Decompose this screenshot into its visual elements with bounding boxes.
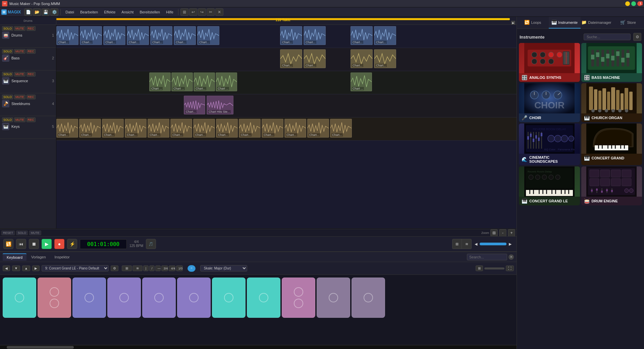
- instruments-settings-btn[interactable]: ⚙: [633, 33, 641, 41]
- solo-btn-1[interactable]: SOLO: [2, 26, 13, 31]
- solo-all-btn[interactable]: SOLO: [16, 231, 28, 235]
- clip[interactable]: Chart ...: [351, 72, 372, 91]
- rec-btn-2[interactable]: REC: [26, 49, 36, 54]
- instrument-choir[interactable]: CHOIR 🎤 CHOIR: [519, 83, 580, 122]
- save-btn[interactable]: 💾: [42, 8, 50, 16]
- hscroll-thumb[interactable]: [7, 346, 74, 349]
- tab-loops[interactable]: 🔁 Loops: [517, 17, 549, 29]
- clip[interactable]: Chart...: [194, 72, 215, 91]
- clip[interactable]: Chart...: [262, 119, 283, 138]
- next-octave-btn[interactable]: ▶: [32, 265, 40, 271]
- hscroll[interactable]: [0, 345, 517, 349]
- instrument-drum-engine[interactable]: 🥁 DRUM ENGINE: [581, 166, 642, 205]
- tab-inspektor[interactable]: Inspektor: [51, 254, 74, 260]
- mute-btn-4[interactable]: MUTE: [14, 95, 25, 99]
- pad-type-4[interactable]: /: [149, 265, 155, 271]
- volume-slider[interactable]: [480, 243, 506, 245]
- zoom-plus-btn[interactable]: +: [508, 229, 515, 237]
- clip[interactable]: Chart...: [148, 119, 169, 138]
- view-grid-btn[interactable]: ⊞: [452, 239, 462, 249]
- clip[interactable]: Chart ...: [149, 72, 171, 91]
- reset-btn[interactable]: RESET: [1, 231, 15, 235]
- cut-btn[interactable]: ✂: [207, 8, 215, 16]
- pad-count-1[interactable]: 3/4: [161, 265, 168, 271]
- piano-pad-3[interactable]: [72, 278, 106, 318]
- playhead-bar[interactable]: [56, 18, 510, 20]
- mute-all-btn[interactable]: MUTE: [29, 231, 41, 235]
- clip[interactable]: Chart...: [351, 49, 373, 68]
- clip[interactable]: Chart...: [284, 119, 306, 138]
- clip[interactable]: Chart ...: [171, 72, 193, 91]
- play-btn[interactable]: ▶: [42, 239, 52, 249]
- piano-pad-10[interactable]: [317, 278, 350, 318]
- close-project-btn[interactable]: ✕: [215, 8, 223, 16]
- piano-pad-4[interactable]: [107, 278, 141, 318]
- track-lane-drums[interactable]: Chart... Chart... Chart... Chart... Char…: [56, 25, 517, 48]
- vol-left-btn[interactable]: ◀: [473, 241, 479, 247]
- prev-note-btn[interactable]: ▼: [12, 265, 20, 271]
- tab-dateimanager[interactable]: 📁 Dateimanager: [581, 17, 612, 29]
- piano-pad-5[interactable]: [142, 278, 176, 318]
- track-lane-bass[interactable]: Chart... Chart... Chart... Chart...: [56, 48, 517, 71]
- rec-btn-1[interactable]: REC: [26, 26, 36, 31]
- punch-btn[interactable]: ⚡: [67, 239, 77, 249]
- solo-btn-4[interactable]: SOLO: [2, 95, 13, 99]
- undo-btn[interactable]: ↩: [189, 8, 197, 16]
- menu-hilfe[interactable]: Hilfe: [163, 9, 176, 15]
- rec-btn-4[interactable]: REC: [26, 95, 36, 99]
- menu-ansicht[interactable]: Ansicht: [119, 9, 136, 15]
- tab-instrumente[interactable]: 🎹 Instrumente: [549, 17, 581, 29]
- clip[interactable]: Chart...: [184, 96, 205, 114]
- track-lane-keys[interactable]: Chart... Chart... Chart... Chart... Char…: [56, 117, 517, 140]
- clip[interactable]: Chart Hits Ste...: [207, 96, 233, 114]
- open-file-btn[interactable]: 📂: [33, 8, 41, 16]
- piano-pad-11[interactable]: [352, 278, 385, 318]
- clip[interactable]: Chart...: [127, 26, 149, 45]
- view-wave-btn[interactable]: ≋: [462, 239, 471, 249]
- pad-count-3[interactable]: 1/0: [176, 265, 183, 271]
- maximize-button[interactable]: [631, 1, 636, 6]
- scale-select[interactable]: Skale: Major (Dur): [200, 265, 247, 271]
- clip[interactable]: Chart...: [197, 26, 219, 45]
- solo-btn-2[interactable]: SOLO: [2, 49, 13, 54]
- zoom-expand-btn[interactable]: ⊞: [490, 229, 498, 237]
- clip[interactable]: Chart...: [307, 119, 329, 138]
- mute-btn-3[interactable]: MUTE: [14, 72, 25, 77]
- clip[interactable]: Chart...: [280, 26, 302, 45]
- pad-type-2[interactable]: ≋: [132, 265, 143, 271]
- minimize-button[interactable]: [625, 1, 630, 6]
- piano-view-btn[interactable]: ⊞: [476, 265, 483, 271]
- clip[interactable]: Chart...: [239, 119, 261, 138]
- vol-right-btn[interactable]: ▶: [507, 241, 513, 247]
- clip[interactable]: Chart...: [102, 119, 124, 138]
- clip[interactable]: Chart...: [125, 119, 147, 138]
- rec-btn-5[interactable]: REC: [26, 117, 36, 122]
- ruler-scroll-btn[interactable]: ▶: [511, 21, 515, 25]
- clip[interactable]: Chart...: [280, 49, 302, 68]
- clip[interactable]: Chart...: [216, 119, 238, 138]
- clip[interactable]: Chart...: [56, 26, 78, 45]
- new-file-btn[interactable]: 📄: [24, 8, 32, 16]
- record-btn[interactable]: ●: [54, 239, 64, 249]
- instrument-cinematic[interactable]: REVERB ROOM DELAY: [519, 123, 580, 165]
- solo-btn-5[interactable]: SOLO: [2, 117, 13, 122]
- clip[interactable]: Chart...: [56, 119, 78, 138]
- preset-config-btn[interactable]: ⚙: [111, 265, 118, 271]
- instrument-concert-grand-le[interactable]: Reverb Room Delay: [519, 166, 580, 205]
- clip[interactable]: Chart...: [304, 26, 326, 45]
- clip[interactable]: Chart...: [193, 119, 215, 138]
- track-lane-steeldrums[interactable]: Chart... Chart Hits Ste...: [56, 94, 517, 117]
- search-close-btn[interactable]: ✕: [508, 254, 514, 260]
- tab-keyboard[interactable]: Keyboard: [3, 253, 26, 261]
- clip[interactable]: Chart...: [174, 26, 196, 45]
- clip[interactable]: Chart...: [374, 26, 396, 45]
- piano-pad-1[interactable]: [3, 278, 36, 318]
- pad-type-3[interactable]: |: [143, 265, 149, 271]
- instruments-search[interactable]: [584, 34, 631, 40]
- metronome-btn[interactable]: 🎵: [146, 239, 156, 249]
- mute-btn-2[interactable]: MUTE: [14, 49, 25, 54]
- stop-btn[interactable]: ⏹: [29, 239, 39, 249]
- snap-btn[interactable]: ⊞: [180, 8, 189, 16]
- pad-type-1[interactable]: ⊞: [122, 265, 132, 271]
- settings-btn[interactable]: ⚙️: [50, 8, 58, 16]
